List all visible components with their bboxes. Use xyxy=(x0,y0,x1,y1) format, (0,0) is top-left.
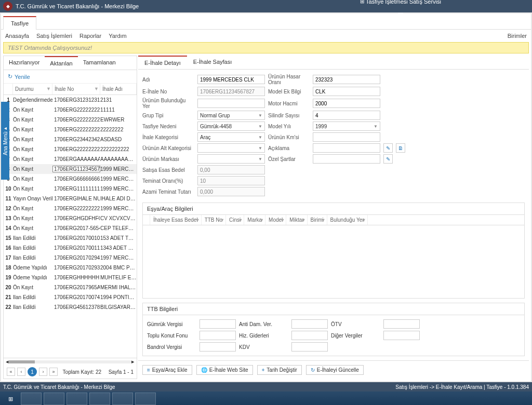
col-model[interactable]: Model▼ xyxy=(265,215,286,225)
tab-tasfiye[interactable]: Tasfiye xyxy=(3,16,36,30)
btn-tarih-degistir[interactable]: +Tarih Değiştir xyxy=(257,365,302,375)
table-row[interactable]: 6Ön Kayıt1706ERG222222222292222222222 xyxy=(4,144,137,154)
pager-prev[interactable]: ‹ xyxy=(17,368,25,376)
table-row[interactable]: 3Ön Kayıt1706ERG22222222233EWRWER xyxy=(4,115,137,125)
detail-form: Adı Ürünün Hasar Oranı E-İhale No Model … xyxy=(138,70,529,200)
table-row[interactable]: 1Değerlendirmede1706ERG312312312262131 xyxy=(4,95,137,105)
tab-tamamlanan[interactable]: Tamamlanan xyxy=(78,56,121,70)
pager-current[interactable]: 1 xyxy=(28,367,37,376)
col-birimi[interactable]: Birimi▼ xyxy=(308,215,327,225)
tab-eihale-detay[interactable]: E-İhale Detayı xyxy=(138,56,187,69)
table-row[interactable]: 19Ödeme Yapıldı1706ERGHHHHHHHHH53MUHTELİ… xyxy=(4,273,137,282)
esya-grid-body[interactable] xyxy=(143,225,524,298)
btn-guncelle[interactable]: ↻E-İhaleyi Güncelle xyxy=(306,365,364,375)
tab-eihale-sayfasi[interactable]: E-İhale Sayfası xyxy=(187,56,238,69)
table-row[interactable]: 7Ön Kayıt1706ERGAAAAAAAAA28AAAAAAAAAAAAA… xyxy=(4,154,137,164)
menu-raporlar[interactable]: Raporlar xyxy=(79,33,101,39)
filter-icon[interactable]: ▼ xyxy=(94,86,99,91)
input-gumruk[interactable] xyxy=(200,319,236,329)
input-diger[interactable] xyxy=(383,331,420,340)
col-ihaleye-esas[interactable]: İhaleye Esas Bedel▼ xyxy=(150,215,202,225)
taskbar-item[interactable] xyxy=(135,393,156,405)
table-row[interactable]: 22İlan Edildi1706ERG45612378962BİLGİSAYA… xyxy=(4,302,137,312)
taskbar-item[interactable] xyxy=(89,393,110,405)
input-adi[interactable] xyxy=(197,75,265,84)
select-marka[interactable]: ▼ xyxy=(197,154,265,164)
table-row[interactable]: 21İlan Edildi1706ERG201700748581994 PONT… xyxy=(4,292,137,302)
input-otv[interactable] xyxy=(383,319,420,329)
col-ttbno[interactable]: TTB No▼ xyxy=(202,215,226,225)
input-hasar[interactable] xyxy=(313,75,380,84)
table-row[interactable]: 8Ön Kayıt1706ERG112345678271999 MERCEDES… xyxy=(4,164,137,174)
taskbar-item[interactable] xyxy=(112,393,133,405)
table-row[interactable]: 4Ön Kayıt1706ERG2222222223122222222 xyxy=(4,125,137,134)
col-bulundugu[interactable]: Bulunduğu Yer▼ xyxy=(327,215,368,225)
input-ekbilgi[interactable] xyxy=(313,87,380,96)
pager-first[interactable]: « xyxy=(7,368,15,376)
input-sartlar[interactable] xyxy=(313,154,380,164)
table-row[interactable]: 17İlan Edildi1706ERG20170294H551997 MERC… xyxy=(4,253,137,263)
col-marka[interactable]: Marka▼ xyxy=(244,215,265,225)
menu-satis[interactable]: Satış İşlemleri xyxy=(36,33,72,39)
col-miktar[interactable]: Miktar▼ xyxy=(286,215,307,225)
table-row[interactable]: 14Ön Kayıt1706ERG2017-565443CEP TELEFONU… xyxy=(4,223,137,233)
input-kdv[interactable] xyxy=(291,342,328,352)
select-kat[interactable]: Araç▼ xyxy=(197,132,265,142)
pager-last[interactable]: » xyxy=(49,368,58,376)
input-bandrol[interactable] xyxy=(200,342,236,352)
table-row[interactable]: 2Ön Kayıt1706ERG2222222223411111 xyxy=(4,105,137,115)
table-row[interactable]: 11Yayın Onayı Verilmedi1706ERGİHALE NUM3… xyxy=(4,194,137,204)
select-altkat[interactable]: ▼ xyxy=(197,143,265,153)
service-info[interactable]: ⊞Tasfiye İşletmesi Satış Servisi xyxy=(360,0,441,5)
table-row[interactable]: 15İlan Edildi1706ERG20170010A57153 ADET … xyxy=(4,233,137,243)
tab-hazirlaniyor[interactable]: Hazırlanıyor xyxy=(4,56,45,70)
scroll-x[interactable]: ◂▸ xyxy=(4,358,137,365)
input-yer[interactable] xyxy=(197,99,265,108)
start-button[interactable]: ⊞ xyxy=(2,393,19,405)
table-row[interactable]: 12Ön Kayıt1706ERG222222222471999 MERCEDE… xyxy=(4,204,137,213)
col-cinsi[interactable]: Cinsi▼ xyxy=(226,215,244,225)
menu-yardim[interactable]: Yardım xyxy=(109,33,127,39)
select-neden[interactable]: Gümrük-4458▼ xyxy=(197,122,265,131)
input-anti[interactable] xyxy=(291,319,328,329)
table-row[interactable]: 10Ön Kayıt1706ERG111111111371999 MERCEDE… xyxy=(4,184,137,194)
btn-web-site[interactable]: 🌐E-İhale Web Site xyxy=(196,365,253,375)
label-gumruk: Gümrük Vergisi xyxy=(147,321,196,327)
refresh-button[interactable]: ↻Yenile xyxy=(4,70,137,84)
table-row[interactable]: 13Ön Kayıt1706ERGHGDFHFGHH46CV XCVXCVBXC… xyxy=(4,213,137,223)
input-azami xyxy=(197,187,265,196)
pager-next[interactable]: › xyxy=(39,368,47,376)
menu-anasayfa[interactable]: Anasayfa xyxy=(5,33,29,39)
doc-aciklama-button[interactable]: 🗎 xyxy=(396,143,405,153)
input-aciklama[interactable] xyxy=(313,143,380,153)
side-menu-handle[interactable]: Ana Menü ▸ xyxy=(1,102,9,180)
taskbar-item[interactable] xyxy=(44,393,64,405)
input-hacim[interactable] xyxy=(313,99,380,108)
col-durumu[interactable]: Durumu▼ xyxy=(13,84,52,95)
grid-body[interactable]: 1Değerlendirmede1706ERG3123123122621312Ö… xyxy=(4,95,137,358)
table-row[interactable]: 20Ön Kayıt1706ERG2017965AA59MERMİ İHALES… xyxy=(4,282,137,292)
select-grup[interactable]: Normal Grup▼ xyxy=(197,111,265,120)
select-myil[interactable]: 1999▼ xyxy=(313,122,380,131)
input-km[interactable] xyxy=(313,132,380,142)
col-ihaleadi[interactable]: İhale Adı xyxy=(100,84,137,95)
filter-icon: ▼ xyxy=(321,218,326,223)
ttb-title: TTB Bilgileri xyxy=(143,303,524,315)
taskbar-item[interactable] xyxy=(21,393,42,405)
table-row[interactable]: 5Ön Kayıt1706ERG23442342330ASDASD xyxy=(4,134,137,144)
taskbar[interactable]: ⊞ xyxy=(0,392,532,405)
input-silindir[interactable] xyxy=(313,111,380,120)
menu-birimler[interactable]: Birimler xyxy=(508,33,527,39)
input-hiz[interactable] xyxy=(291,331,328,340)
table-row[interactable]: 18Ödeme Yapıldı1706ERG20170293K542004 BM… xyxy=(4,263,137,273)
edit-sartlar-button[interactable]: ✎ xyxy=(383,154,393,164)
table-row[interactable]: 16İlan Edildi1706ERG20170011A561343 ADET… xyxy=(4,243,137,253)
col-ihaleno[interactable]: İhale No▼ xyxy=(52,84,100,95)
edit-aciklama-button[interactable]: ✎ xyxy=(383,143,393,153)
taskbar-item[interactable] xyxy=(66,393,87,405)
table-row[interactable]: 9Ön Kayıt1706ERG666666666421999 MERCEDES… xyxy=(4,174,137,184)
filter-icon[interactable]: ▼ xyxy=(46,86,51,91)
tab-aktarilan[interactable]: Aktarılan xyxy=(45,56,77,70)
input-konut[interactable] xyxy=(200,331,236,340)
btn-esya-ekle[interactable]: ≡Eşya/Araç Ekle xyxy=(142,365,192,375)
